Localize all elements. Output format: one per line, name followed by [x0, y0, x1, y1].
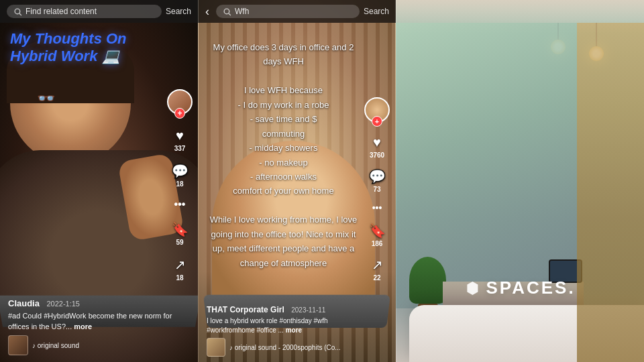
panel-middle: My office does 3 days in office and 2 da…	[198, 0, 396, 362]
more-button-middle[interactable]: •••	[372, 202, 382, 213]
like-button-middle[interactable]: ♥ 3760	[370, 135, 384, 159]
divider-mid-right	[396, 0, 396, 362]
bookmark-button-middle[interactable]: 🔖 186	[369, 223, 386, 247]
comment-icon: 💬	[172, 163, 189, 179]
bottom-info-middle: THAT Corporate Girl 2023-11-11 I love a …	[207, 303, 358, 357]
more-button-left[interactable]: •••	[174, 198, 186, 210]
video-title-left: My Thoughts On Hybrid Work 💻	[10, 30, 164, 66]
heart-icon: ♥	[176, 128, 184, 143]
search-panel-right	[396, 0, 644, 23]
plant	[409, 257, 446, 312]
more-caption-middle[interactable]: more	[286, 326, 302, 334]
action-icons-left: + ♥ 337 💬 18 ••• 🔖 59 ↗ 18	[167, 89, 193, 282]
title-line2: Hybrid Work	[10, 48, 97, 64]
year-left: 2022-1:15	[46, 300, 80, 308]
search-button-left[interactable]: Search	[166, 7, 191, 16]
search-panel-left: Find related content Search	[0, 0, 198, 23]
like-button-left[interactable]: ♥ 337	[174, 128, 186, 152]
spaces-logo-text: SPACES.	[486, 278, 575, 298]
svg-line-4	[229, 13, 231, 15]
divider-left-mid	[198, 0, 199, 362]
share-icon-middle: ↗	[372, 257, 383, 273]
search-button-middle[interactable]: Search	[364, 7, 389, 16]
search-placeholder-left: Find related content	[25, 7, 97, 16]
back-button-middle[interactable]: ‹	[205, 5, 209, 19]
search-icon-middle	[223, 7, 231, 16]
username-left: Claudia	[8, 298, 40, 308]
bookmark-button-left[interactable]: 🔖 59	[172, 221, 189, 246]
wood-wall	[577, 23, 644, 362]
username-middle: THAT Corporate Girl	[207, 305, 284, 314]
music-bar-middle: ♪ original sound - 2000spophits (Co...	[207, 338, 358, 357]
text-overlay-middle: My office does 3 days in office and 2 da…	[209, 40, 358, 270]
bookmark-icon-left: 🔖	[172, 221, 189, 237]
title-emoji: 💻	[102, 48, 120, 64]
comment-button-left[interactable]: 💬 18	[172, 163, 189, 188]
title-line1: My Thoughts On	[10, 30, 127, 47]
panel-right: SPACES.	[396, 0, 644, 362]
comment-button-middle[interactable]: 💬 73	[369, 168, 386, 193]
year-middle: 2023-11-11	[291, 306, 325, 314]
caption-left: #ad Could #HybridWork become the new nor…	[8, 311, 191, 332]
svg-point-1	[15, 9, 20, 14]
share-button-middle[interactable]: ↗ 22	[372, 257, 383, 282]
more-caption-left[interactable]: more	[74, 322, 92, 330]
svg-line-2	[19, 13, 21, 15]
caption-middle: I love a hybrid work role #onthisday #wf…	[207, 316, 358, 335]
action-icons-middle: + ♥ 3760 💬 73 ••• 🔖 186 ↗ 22	[364, 97, 390, 282]
follow-button-middle[interactable]: +	[372, 116, 382, 127]
search-icon-left	[13, 7, 22, 16]
music-text-middle: ♪ original sound - 2000spophits (Co...	[229, 344, 341, 351]
search-panel-middle: ‹ Wfh Search	[198, 0, 396, 23]
search-input-middle[interactable]: Wfh	[216, 5, 360, 18]
search-placeholder-middle: Wfh	[235, 7, 249, 16]
svg-marker-0	[467, 282, 478, 295]
comment-icon-middle: 💬	[369, 168, 386, 184]
music-text-left: ♪ original sound	[32, 342, 79, 349]
bottom-info-left: Claudia 2022-1:15 #ad Could #HybridWork …	[8, 297, 191, 355]
search-input-left[interactable]: Find related content	[7, 5, 162, 18]
svg-point-3	[224, 9, 229, 14]
top-search-row: Find related content Search ‹ Wfh Search	[0, 0, 644, 23]
spaces-logo-container: SPACES.	[464, 278, 575, 298]
music-bar-left: ♪ original sound	[8, 335, 191, 355]
bookmark-icon-middle: 🔖	[369, 223, 386, 239]
music-thumb-left	[8, 335, 28, 355]
follow-button-left[interactable]: +	[174, 108, 185, 119]
music-thumb-middle	[207, 338, 225, 357]
panel-left: 👓 My Thoughts On Hybrid Work 💻 + ♥	[0, 0, 198, 362]
share-icon-left: ↗	[174, 257, 186, 273]
share-button-left[interactable]: ↗ 18	[174, 257, 186, 282]
heart-icon-middle: ♥	[373, 135, 381, 150]
spaces-hex-icon	[464, 280, 480, 296]
